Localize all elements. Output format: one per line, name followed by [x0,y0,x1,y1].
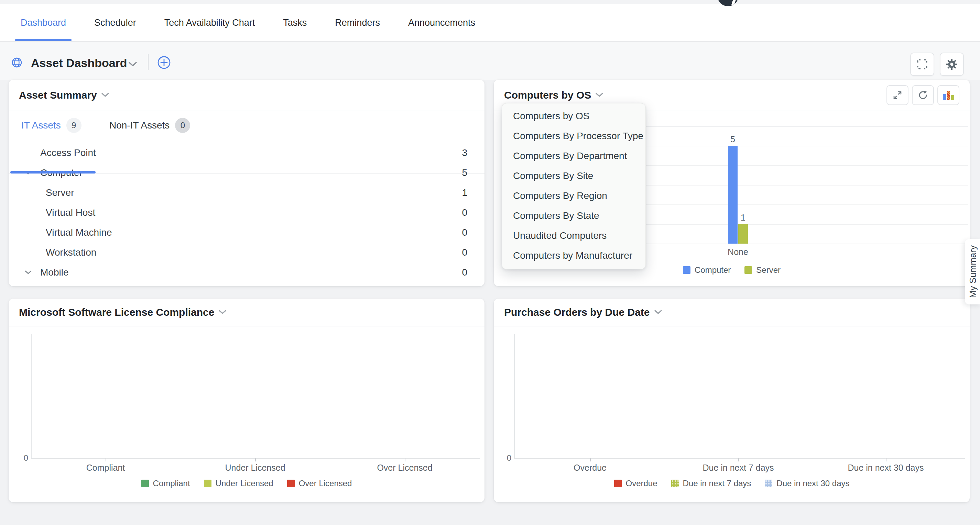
asset-row-virtual-machine[interactable]: Virtual Machine0 [9,223,485,243]
dashboard-header-band [0,42,980,80]
category-label-compliant: Compliant [86,463,125,473]
x-axis-tick [405,458,406,462]
header-divider [148,54,148,70]
legend-label: Due in next 7 days [683,479,751,488]
nav-tab-scheduler[interactable]: Scheduler [94,4,136,41]
chevron-down-icon[interactable] [101,92,109,98]
main-nav: DashboardSchedulerTech Availability Char… [0,4,980,42]
chevron-down-icon[interactable] [218,309,227,315]
legend-item-overdue[interactable]: Overdue [614,479,657,488]
nav-tab-tasks[interactable]: Tasks [283,4,307,41]
x-axis-tick [255,458,256,462]
asset-row-access-point[interactable]: Access Point3 [9,143,485,163]
page-title-chevron-icon[interactable] [128,61,138,67]
asset-row-workstation[interactable]: Workstation0 [9,243,485,262]
menu-item-computers-by-site[interactable]: Computers By Site [502,166,646,186]
legend-item-due-in-next-7-days[interactable]: Due in next 7 days [671,479,751,488]
legend-item-under-licensed[interactable]: Under Licensed [204,479,274,488]
menu-item-computers-by-state[interactable]: Computers By State [502,206,646,226]
x-axis-tick [590,458,591,462]
page-title: Asset Dashboard [31,56,127,70]
settings-button[interactable] [940,52,964,76]
tab-it-assets[interactable]: IT Assets 9 [21,111,81,140]
x-axis-tick [886,458,886,462]
asset-row-server[interactable]: Server1 [9,183,485,203]
nav-tab-tech-availability-chart[interactable]: Tech Availability Chart [164,4,255,41]
asset-count: 1 [462,187,467,198]
y-zero-label: 0 [19,453,28,463]
legend-swatch-due-in-next-30-days [765,480,772,487]
asset-type-label: Mobile [40,267,68,278]
asset-type-label: Virtual Host [46,207,95,218]
bar-value-label: 1 [741,213,746,223]
menu-item-computers-by-region[interactable]: Computers By Region [502,186,646,206]
menu-item-computers-by-processor-type[interactable]: Computers By Processor Type [502,126,646,146]
purchase-orders-legend: OverdueDue in next 7 daysDue in next 30 … [494,479,970,488]
fullscreen-button[interactable] [910,52,934,76]
tab-non-it-assets[interactable]: Non-IT Assets 0 [109,111,190,140]
asset-summary-header: Asset Summary [9,80,485,111]
tab-label: IT Assets [21,120,61,131]
legend-label: Under Licensed [216,479,274,488]
legend-label: Compliant [153,479,190,488]
legend-label: Over Licensed [299,479,352,488]
asset-type-label: Virtual Machine [46,227,112,238]
ms-license-legend: CompliantUnder LicensedOver Licensed [9,479,485,488]
asset-row-mobile[interactable]: Mobile0 [9,262,485,282]
purchase-orders-header: Purchase Orders by Due Date [494,298,970,327]
nav-tab-dashboard[interactable]: Dashboard [21,4,66,41]
menu-item-computers-by-manufacturer[interactable]: Computers by Manufacturer [502,246,646,266]
menu-item-computers-by-os[interactable]: Computers by OS [502,106,646,126]
gear-icon [946,58,958,70]
ms-license-card: Microsoft Software License Compliance 0 … [9,298,485,502]
bar-value-label: 5 [730,134,735,144]
add-dashboard-button[interactable] [157,56,171,70]
legend-item-over-licensed[interactable]: Over Licensed [287,479,352,488]
collapse-chevron-icon[interactable] [23,270,33,275]
asset-row-virtual-host[interactable]: Virtual Host0 [9,203,485,223]
legend-item-computer[interactable]: Computer [683,265,731,275]
purchase-orders-title[interactable]: Purchase Orders by Due Date [504,306,650,318]
tab-count-badge: 9 [66,118,81,133]
category-label-overdue: Overdue [574,463,606,473]
asset-type-list: Access Point3Computer5Server1Virtual Hos… [9,143,485,282]
y-axis [514,334,515,458]
category-label-none: None [728,247,748,257]
purchase-orders-card: Purchase Orders by Due Date 0 OverdueDue… [494,298,970,502]
legend-item-due-in-next-30-days[interactable]: Due in next 30 days [765,479,850,488]
active-tab-underline [10,171,95,173]
legend-label: Server [756,265,781,275]
y-axis [31,334,32,458]
menu-item-unaudited-computers[interactable]: Unaudited Computers [502,226,646,246]
bar-server [738,224,748,244]
computers-by-os-menu: Computers by OSComputers By Processor Ty… [502,103,646,270]
x-axis-tick [105,458,106,462]
ms-license-header: Microsoft Software License Compliance [9,298,485,327]
legend-label: Computer [695,265,731,275]
asset-count: 3 [462,148,467,159]
legend-item-compliant[interactable]: Compliant [141,479,190,488]
asset-summary-title[interactable]: Asset Summary [19,89,97,101]
ms-license-title[interactable]: Microsoft Software License Compliance [19,306,214,318]
legend-item-server[interactable]: Server [745,265,781,275]
nav-tab-reminders[interactable]: Reminders [335,4,380,41]
y-zero-label: 0 [502,453,511,463]
bar-computer [728,146,738,244]
asset-tabs: IT Assets 9 Non-IT Assets 0 [9,111,485,143]
legend-swatch-compliant [141,480,149,487]
chevron-down-icon[interactable] [654,309,662,315]
tab-count-badge: 0 [175,118,190,133]
category-label-due-in-next-7-days: Due in next 7 days [703,463,774,473]
tab-label: Non-IT Assets [109,120,170,131]
top-strip [0,0,980,4]
my-summary-tab[interactable]: My Summary [965,239,980,305]
asset-count: 5 [462,167,467,178]
my-summary-label: My Summary [967,245,978,298]
nav-tab-announcements[interactable]: Announcements [408,4,475,41]
fullscreen-icon [916,59,928,70]
x-axis [514,458,965,459]
menu-item-computers-by-department[interactable]: Computers By Department [502,146,646,166]
asset-type-label: Workstation [46,247,96,258]
legend-swatch-due-in-next-7-days [671,480,679,487]
legend-swatch-overdue [614,480,622,487]
